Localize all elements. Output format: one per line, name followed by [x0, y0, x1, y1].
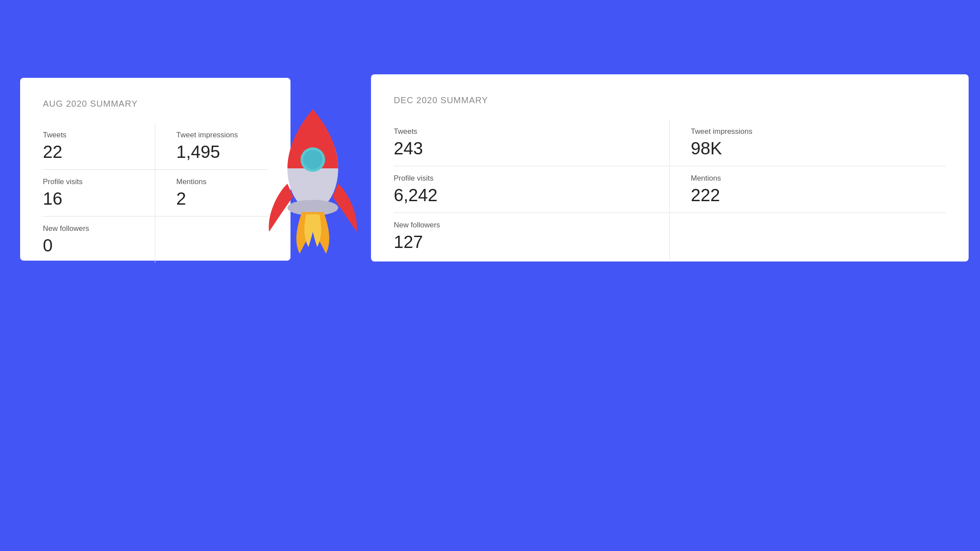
stat-label-new-followers-right: New followers	[394, 221, 648, 230]
stat-value-new-followers-left: 0	[43, 236, 134, 255]
stat-tweets-left: Tweets 22	[43, 123, 155, 170]
stat-value-tweets-left: 22	[43, 142, 134, 161]
stat-impressions-right: Tweet impressions 98K	[670, 119, 946, 166]
svg-point-2	[303, 150, 322, 169]
card-left-title: AUG 2020 SUMMARY	[43, 99, 268, 109]
stat-value-impressions-right: 98K	[691, 139, 946, 158]
stat-label-tweets-right: Tweets	[394, 127, 648, 136]
stat-label-tweets-left: Tweets	[43, 131, 134, 139]
stats-grid-left: Tweets 22 Tweet impressions 1,495 Profil…	[43, 123, 268, 263]
stat-new-followers-right: New followers 127	[394, 213, 670, 259]
stat-value-tweets-right: 243	[394, 139, 648, 158]
stat-label-profile-visits-right: Profile visits	[394, 174, 648, 183]
stat-impressions-left: Tweet impressions 1,495	[155, 123, 268, 170]
card-right-title: DEC 2020 SUMMARY	[394, 95, 946, 105]
stat-mentions-left: Mentions 2	[155, 170, 268, 216]
stat-new-followers-left: New followers 0	[43, 216, 155, 263]
stat-label-new-followers-left: New followers	[43, 224, 134, 233]
rocket-illustration	[254, 96, 372, 262]
stat-mentions-right: Mentions 222	[670, 166, 946, 213]
stat-profile-visits-right: Profile visits 6,242	[394, 166, 670, 213]
stat-label-profile-visits-left: Profile visits	[43, 178, 134, 186]
stat-value-mentions-right: 222	[691, 185, 946, 205]
stat-label-mentions-right: Mentions	[691, 174, 946, 183]
stat-profile-visits-left: Profile visits 16	[43, 170, 155, 216]
card-aug-2020: AUG 2020 SUMMARY Tweets 22 Tweet impress…	[20, 78, 290, 261]
card-dec-2020: DEC 2020 SUMMARY Tweets 243 Tweet impres…	[371, 74, 969, 262]
stat-value-profile-visits-left: 16	[43, 189, 134, 208]
stats-grid-right: Tweets 243 Tweet impressions 98K Profile…	[394, 119, 946, 259]
stat-value-new-followers-right: 127	[394, 232, 648, 251]
stat-tweets-right: Tweets 243	[394, 119, 670, 166]
stat-label-impressions-right: Tweet impressions	[691, 127, 946, 136]
stat-value-profile-visits-right: 6,242	[394, 185, 648, 205]
page-container: AUG 2020 SUMMARY Tweets 22 Tweet impress…	[0, 0, 980, 551]
